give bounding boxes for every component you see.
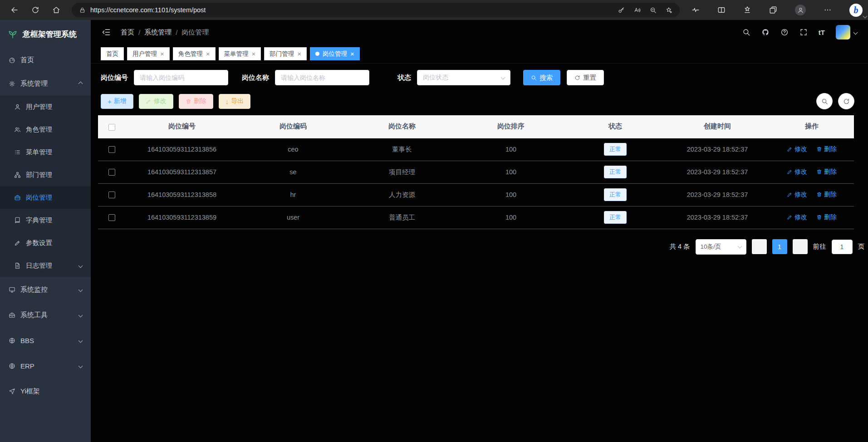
- tab-home[interactable]: 首页: [101, 47, 124, 60]
- modify-button[interactable]: 修改: [139, 94, 173, 109]
- sidebar-item-system-monitor[interactable]: 系统监控: [0, 277, 91, 302]
- row-checkbox[interactable]: [108, 214, 115, 221]
- site-info-lock-icon[interactable]: [79, 7, 86, 14]
- user-avatar-menu[interactable]: [836, 25, 857, 39]
- row-edit-link[interactable]: 修改: [787, 213, 807, 221]
- address-bar[interactable]: [72, 3, 680, 17]
- bing-icon[interactable]: b: [849, 4, 863, 17]
- post-code-input[interactable]: [134, 70, 228, 85]
- status-select[interactable]: 岗位状态: [417, 70, 510, 85]
- next-page-button[interactable]: [793, 239, 808, 254]
- show-search-toggle-button[interactable]: [816, 93, 833, 109]
- fullscreen-icon[interactable]: [799, 28, 808, 36]
- table-row: 1641030593112313859 user 普通员工 100 正常 202…: [98, 206, 854, 229]
- tab-post-management[interactable]: 岗位管理 ×: [310, 47, 360, 60]
- breadcrumb-system[interactable]: 系统管理: [144, 28, 172, 37]
- sidebar-item-home[interactable]: 首页: [0, 48, 91, 72]
- avatar[interactable]: [836, 25, 850, 39]
- sidebar-item-erp[interactable]: ERP: [0, 353, 91, 378]
- prev-page-button[interactable]: [752, 239, 767, 254]
- browser-settings-dots-icon[interactable]: [824, 6, 832, 14]
- row-delete-link[interactable]: 删除: [816, 145, 837, 153]
- browser-profile-icon[interactable]: [795, 5, 806, 15]
- sidebar-item-department-management[interactable]: 部门管理: [0, 163, 91, 186]
- row-checkbox[interactable]: [108, 192, 115, 198]
- browser-essentials-icon[interactable]: [691, 6, 700, 14]
- url-input[interactable]: [90, 6, 613, 14]
- chevron-down-icon: [78, 263, 83, 268]
- sidebar-item-yi-framework[interactable]: Yi框架: [0, 378, 91, 404]
- export-button[interactable]: ↓ 导出: [219, 94, 251, 109]
- status-label: 状态: [397, 74, 411, 82]
- browser-refresh-button[interactable]: [27, 2, 44, 18]
- tab-user-management[interactable]: 用户管理 ×: [127, 47, 170, 60]
- close-icon[interactable]: ×: [160, 50, 164, 57]
- select-all-checkbox[interactable]: [108, 124, 115, 131]
- app-title: 意框架管理系统: [23, 29, 77, 39]
- row-checkbox[interactable]: [108, 146, 115, 153]
- add-button[interactable]: + 新增: [101, 94, 133, 109]
- tab-role-management[interactable]: 角色管理 ×: [173, 47, 216, 60]
- row-checkbox[interactable]: [108, 169, 115, 176]
- close-icon[interactable]: ×: [252, 50, 256, 57]
- sidebar-item-role-management[interactable]: 角色管理: [0, 118, 91, 141]
- post-name-input[interactable]: [275, 70, 369, 85]
- post-table: 岗位编号 岗位编码 岗位名称 岗位排序 状态 创建时间 操作 164103059…: [98, 115, 854, 229]
- row-delete-link[interactable]: 删除: [816, 191, 837, 199]
- table-toolbar: + 新增 修改 删除 ↓ 导出: [91, 85, 868, 109]
- help-question-icon[interactable]: [780, 28, 789, 36]
- close-icon[interactable]: ×: [206, 50, 210, 57]
- row-edit-link[interactable]: 修改: [787, 145, 807, 153]
- sidebar-item-post-management[interactable]: 岗位管理: [0, 186, 91, 209]
- close-icon[interactable]: ×: [350, 50, 354, 57]
- goto-page-input[interactable]: [832, 240, 853, 254]
- delete-button[interactable]: 删除: [179, 94, 213, 109]
- breadcrumb-home[interactable]: 首页: [121, 28, 134, 37]
- app-logo: 意框架管理系统: [0, 20, 91, 48]
- sidebar-item-system-tools[interactable]: 系统工具: [0, 302, 91, 328]
- row-edit-link[interactable]: 修改: [787, 191, 807, 199]
- table-row: 1641030593112313858 hr 人力资源 100 正常 2023-…: [98, 183, 854, 206]
- browser-back-button[interactable]: [6, 2, 23, 18]
- tab-menu-management[interactable]: 菜单管理 ×: [219, 47, 261, 60]
- sidebar-item-menu-management[interactable]: 菜单管理: [0, 141, 91, 163]
- github-icon[interactable]: [761, 28, 770, 36]
- zoom-icon[interactable]: [650, 7, 657, 14]
- page-size-select[interactable]: 10条/页: [696, 239, 746, 255]
- sidebar-item-bbs[interactable]: BBS: [0, 328, 91, 353]
- add-favorite-icon[interactable]: [666, 7, 672, 14]
- browser-home-button[interactable]: [48, 2, 64, 18]
- sidebar-fold-icon[interactable]: [102, 28, 111, 37]
- header-search-icon[interactable]: [742, 28, 750, 36]
- tag-view-bar: 首页 用户管理 × 角色管理 × 菜单管理 × 部门管理 × 岗位管理 ×: [91, 44, 868, 64]
- sidebar-item-log-management[interactable]: 日志管理: [0, 254, 91, 277]
- font-size-icon[interactable]: tT: [819, 29, 825, 36]
- browser-toolbar-icons: b: [680, 4, 868, 17]
- refresh-table-button[interactable]: [838, 93, 854, 109]
- sidebar-item-system-management[interactable]: 系统管理: [0, 72, 91, 95]
- globe-icon: [9, 337, 15, 344]
- search-button[interactable]: 搜索: [523, 70, 560, 85]
- table-row: 1641030593112313856 ceo 董事长 100 正常 2023-…: [98, 138, 854, 161]
- sidebar-item-parameter-settings[interactable]: 参数设置: [0, 231, 91, 254]
- column-post-sort: 岗位排序: [456, 115, 565, 138]
- favorites-bar-icon[interactable]: [743, 6, 751, 14]
- current-page-button[interactable]: 1: [772, 239, 787, 254]
- row-edit-link[interactable]: 修改: [787, 168, 807, 176]
- chevron-down-icon: [78, 363, 83, 368]
- collections-icon[interactable]: [769, 6, 777, 14]
- close-icon[interactable]: ×: [297, 50, 301, 57]
- row-delete-link[interactable]: 删除: [816, 213, 837, 221]
- status-badge: 正常: [604, 188, 627, 201]
- sidebar-item-user-management[interactable]: 用户管理: [0, 95, 91, 118]
- reset-button[interactable]: 重置: [567, 70, 604, 85]
- cell-post-code: user: [239, 206, 348, 229]
- chevron-down-icon: [78, 287, 83, 292]
- split-screen-icon[interactable]: [717, 6, 726, 14]
- tab-department-management[interactable]: 部门管理 ×: [264, 47, 307, 60]
- password-key-icon[interactable]: [618, 7, 625, 14]
- sidebar-item-dict-management[interactable]: 字典管理: [0, 209, 91, 231]
- row-delete-link[interactable]: 删除: [816, 168, 837, 176]
- read-aloud-icon[interactable]: [634, 7, 641, 14]
- chevron-up-icon: [78, 81, 83, 86]
